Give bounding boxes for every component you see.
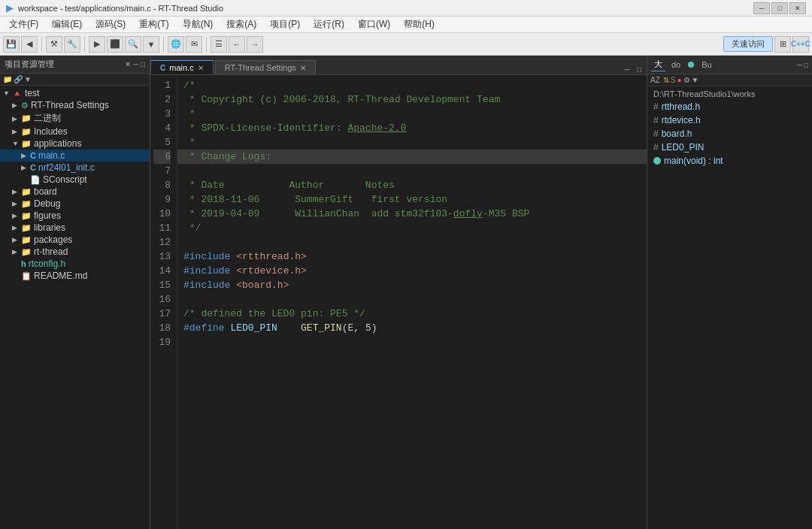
rp-sort-icon[interactable]: ⇅ [663,76,669,84]
rp-az-icon[interactable]: AZ [650,76,660,84]
toolbar-separator-3 [163,37,164,52]
toolbar-btn-8[interactable]: ▼ [143,36,159,53]
rp-item-rtthread-h[interactable]: # rtthread.h [650,100,809,113]
toolbar-separator-1 [41,37,42,52]
toolbar-btn-11[interactable]: ☰ [211,36,227,53]
menu-item-s[interactable]: 源码(S) [89,17,132,32]
sidebar-item-libraries[interactable]: ▶ 📁 libraries [0,222,150,234]
sidebar-collapse-icon[interactable]: 📁 [3,75,12,83]
rp-item-led0pin[interactable]: # LED0_PIN [650,141,809,154]
tree-arrow-mainc: ▶ [21,152,30,159]
close-button[interactable]: ✕ [789,2,806,14]
sidebar-header-icons: ✕ ─ □ [125,60,145,68]
toolbar-back-button[interactable]: ← [229,36,245,53]
rp-item-rtdevice-h[interactable]: # rtdevice.h [650,113,809,127]
rp-item-board-h[interactable]: # board.h [650,127,809,141]
toolbar-fwd-button[interactable]: → [247,36,263,53]
sidebar-item-rtconfig[interactable]: h rtconfig.h [0,258,150,270]
sidebar-item-readme[interactable]: 📋 README.md [0,270,150,282]
rp-hash-icon-1: # [653,101,659,112]
sidebar-item-binary[interactable]: ▶ 📁 二进制 [0,111,150,125]
titlebar: ▶ workspace - test/applications/main.c -… [0,0,812,17]
menu-item-e[interactable]: 编辑(E) [46,17,88,32]
sidebar: 项目资源管理 ✕ ─ □ 📁 🔗 ▼ ▼ 🔺 test ▶ [0,56,150,529]
rp-close-icon[interactable]: ─ [797,61,802,69]
restore-button[interactable]: □ [771,2,788,14]
toolbar-btn-6[interactable]: ⬛ [107,36,123,53]
rp-tab-do[interactable]: do [668,59,683,70]
tree-arrow-test: ▼ [3,89,12,97]
toolbar-btn-2[interactable]: ◀ [21,36,38,53]
toolbar-cpp-btn[interactable]: C++C [792,36,809,53]
tree-arrow-packages: ▶ [12,236,21,243]
rp-item-label-1: rtthread.h [662,101,700,112]
tree-folder-icon-includes: 📁 [21,127,32,137]
sidebar-item-rtsettings[interactable]: ▶ ⚙ RT-Thread Settings [0,99,150,111]
tree-folder-icon-packages: 📁 [21,235,32,245]
quick-access-button[interactable]: 关速访问 [723,36,773,52]
sidebar-item-label-packages: packages [34,234,72,245]
sidebar-link-icon[interactable]: 🔗 [14,75,23,83]
tab-close-mainc[interactable]: ✕ [198,64,204,72]
toolbar-btn-4[interactable]: 🔧 [64,36,80,53]
rp-maximize-icon[interactable]: □ [804,61,808,69]
rp-tab-outline[interactable]: 大 [651,58,665,71]
rp-hash-icon-3: # [653,128,659,139]
tab-close-settings[interactable]: ✕ [300,64,306,72]
menu-item-h[interactable]: 帮助(H) [398,17,441,32]
rp-green-dot [688,62,694,68]
sidebar-item-figures[interactable]: ▶ 📁 figures [0,210,150,222]
sidebar-item-main-c[interactable]: ▶ C main.c [0,150,150,162]
editor-content: 12345 6 7891011 1213141516 171819 /* * C… [150,75,647,529]
menu-item-n[interactable]: 导航(N) [177,17,220,32]
editor-tabs: C main.c ✕ RT-Thread Settings ✕ ─ □ [150,56,647,75]
sidebar-item-nrf[interactable]: ▶ C nrf24l01_init.c [0,162,150,174]
sidebar-item-applications[interactable]: ▼ 📁 applications [0,138,150,150]
toolbar-btn-7[interactable]: 🔍 [125,36,141,53]
toolbar-btn-5[interactable]: ▶ [89,36,105,53]
toolbar-btn-9[interactable]: 🌐 [168,36,184,53]
sidebar-title: 项目资源管理 [5,59,54,70]
toolbar-btn-1[interactable]: 💾 [3,36,20,53]
menu-item-w[interactable]: 窗口(W) [352,17,396,32]
rp-more-icon[interactable]: ▼ [692,76,699,84]
sidebar-item-debug[interactable]: ▶ 📁 Debug [0,198,150,210]
menu-item-a[interactable]: 搜索(A) [220,17,262,32]
toolbar-btn-10[interactable]: ✉ [186,36,202,53]
sidebar-item-rtthread[interactable]: ▶ 📁 rt-thread [0,246,150,258]
sidebar-close-icon[interactable]: ✕ [125,60,131,68]
editor-tab-settings[interactable]: RT-Thread Settings ✕ [215,60,316,74]
code-editor[interactable]: /* * Copyright (c) 2006-2018, RT-Thread … [177,75,647,529]
editor-tab-mainc[interactable]: C main.c ✕ [150,60,214,74]
tree-folder-icon-test: 🔺 [12,89,23,98]
rp-red-dot-icon[interactable]: ● [677,76,681,84]
menu-item-f[interactable]: 文件(F) [3,17,44,32]
menu-item-r[interactable]: 运行(R) [308,17,350,32]
sidebar-minimize-icon[interactable]: ─ [133,60,138,68]
rp-item-main[interactable]: main(void) : int [650,154,809,168]
tree-c-icon-nrf: C [30,163,36,172]
rp-path: D:\RT-ThreadStudio1\works [650,88,809,100]
sidebar-item-packages[interactable]: ▶ 📁 packages [0,234,150,246]
sidebar-item-board[interactable]: ▶ 📁 board [0,186,150,198]
sidebar-item-includes[interactable]: ▶ 📁 Includes [0,125,150,138]
sidebar-maximize-icon[interactable]: □ [141,60,145,68]
rp-tab-bu[interactable]: Bu [698,59,714,70]
editor-maximize-btn[interactable]: □ [635,65,644,74]
minimize-button[interactable]: ─ [753,2,770,14]
sidebar-down-icon[interactable]: ▼ [24,75,32,83]
rp-header-controls: ─ □ [797,61,808,69]
tree-arrow-rtthread: ▶ [12,248,21,255]
rp-item-label-5: main(void) : int [664,156,723,166]
main-area: 项目资源管理 ✕ ─ □ 📁 🔗 ▼ ▼ 🔺 test ▶ [0,56,812,529]
rp-gear-icon[interactable]: ⚙ [683,76,690,84]
sidebar-item-sconscript[interactable]: 📄 SConscript [0,174,150,186]
menu-item-t[interactable]: 重构(T) [133,17,174,32]
menu-item-p[interactable]: 项目(P) [264,17,306,32]
sidebar-item-test[interactable]: ▼ 🔺 test [0,87,150,99]
rp-s-icon[interactable]: S [671,76,676,84]
toolbar-layout-btn[interactable]: ⊞ [774,36,791,53]
editor-minimize-btn[interactable]: ─ [623,65,632,74]
sidebar-tree: ▼ 🔺 test ▶ ⚙ RT-Thread Settings ▶ 📁 二进制 [0,86,150,529]
toolbar-btn-3[interactable]: ⚒ [46,36,62,53]
